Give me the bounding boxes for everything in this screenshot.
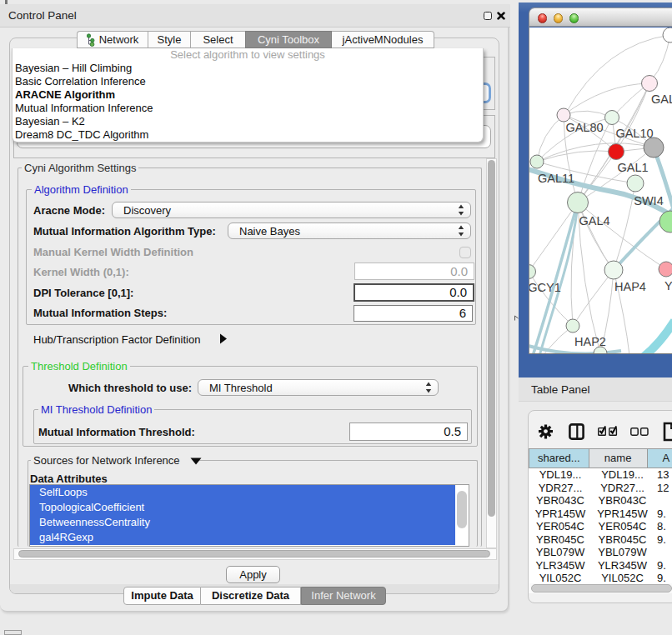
svg-text:GAL80: GAL80 <box>565 121 603 134</box>
svg-text:HAP2: HAP2 <box>574 335 606 348</box>
svg-text:GAL11: GAL11 <box>538 172 574 185</box>
svg-text:GCY1: GCY1 <box>529 281 561 294</box>
svg-text:GAL4: GAL4 <box>579 214 609 228</box>
svg-text:SWI4: SWI4 <box>634 194 663 208</box>
svg-text:GAL7: GAL7 <box>651 92 672 106</box>
svg-text:YEL: YEL <box>664 279 672 292</box>
svg-text:HAP4: HAP4 <box>614 280 646 293</box>
svg-text:GAL10: GAL10 <box>615 127 653 140</box>
svg-text:GAL1: GAL1 <box>617 161 648 174</box>
